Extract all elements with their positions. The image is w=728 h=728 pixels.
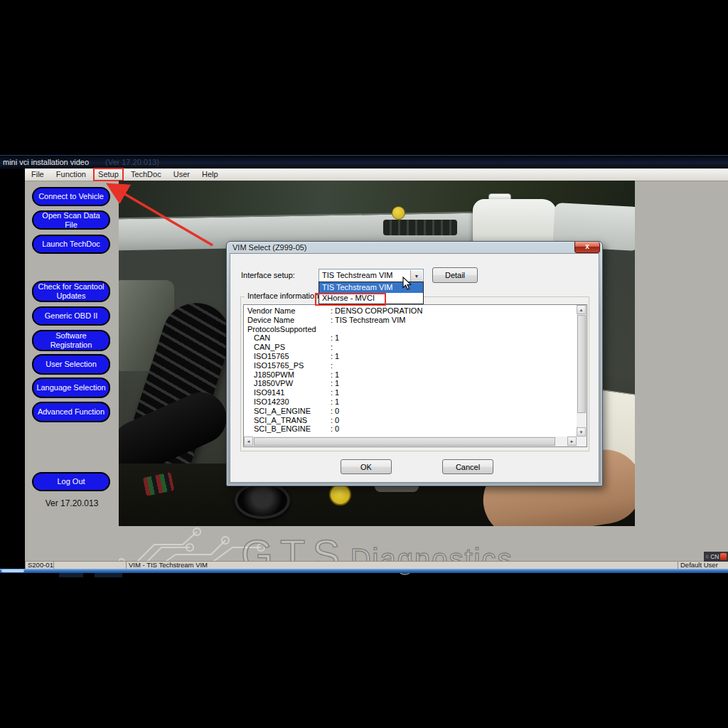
scrollbar-corner: [577, 437, 587, 446]
menu-bar: File Function Setup TechDoc User Help: [25, 168, 728, 181]
protocol-label: Vendor Name: [244, 306, 331, 316]
protocol-row: SCI_B_ENGINE : 0: [244, 424, 577, 434]
protocol-row: SCI_A_TRANS : 0: [244, 416, 577, 425]
yellow-cap: [392, 206, 405, 220]
protocol-label: ISO15765: [244, 352, 331, 361]
sidebar-button[interactable]: Log Out: [32, 472, 110, 491]
protocol-row: Device Name : TIS Techstream VIM: [244, 316, 577, 325]
scroll-right-icon[interactable]: ►: [567, 437, 577, 446]
menu-item[interactable]: Setup: [94, 168, 123, 181]
protocol-row: ISO15765_PS :: [244, 361, 577, 370]
sidebar-button[interactable]: Check for Scantool Updates: [32, 281, 110, 302]
protocol-value: : 0: [331, 416, 339, 425]
protocol-row: Vendor Name : DENSO CORPORATION: [244, 306, 577, 316]
protocol-label: ISO9141: [244, 388, 331, 397]
protocol-label: Device Name: [244, 316, 331, 325]
interface-setup-combobox[interactable]: TIS Techstream VIM ▼: [318, 269, 424, 283]
dialog-body: Interface setup: TIS Techstream VIM ▼ De…: [230, 253, 599, 483]
protocol-label: SCI_A_ENGINE: [244, 407, 331, 416]
video-title-bar: mini vci installation video (Ver 17.20.0…: [0, 155, 728, 169]
protocol-row: SCI_A_ENGINE : 0: [244, 407, 577, 416]
vertical-scroll-thumb[interactable]: [577, 315, 586, 413]
screen: mini vci installation video (Ver 17.20.0…: [0, 0, 728, 728]
menu-item[interactable]: Function: [52, 168, 90, 181]
protocol-value: :: [331, 361, 333, 370]
app-version-ghost-title: (Ver 17.20.013): [105, 158, 159, 166]
taskbar-item: [59, 573, 83, 577]
protocol-value: : 1: [331, 379, 339, 388]
horizontal-scroll-thumb[interactable]: [254, 437, 555, 446]
detail-button[interactable]: Detail: [432, 267, 478, 283]
cancel-button[interactable]: Cancel: [442, 459, 493, 474]
dialog-title: VIM Select (Z999-05): [232, 243, 307, 252]
protocol-row: ISO15765 : 1: [244, 352, 577, 361]
interface-setup-label: Interface setup:: [241, 271, 295, 279]
protocol-row: J1850VPW : 1: [244, 379, 577, 388]
interface-information-label: Interface information: [245, 291, 321, 300]
protocol-row: CAN_PS :: [244, 343, 577, 352]
protocol-label: CAN: [244, 333, 331, 343]
protocol-value: : 1: [331, 388, 339, 397]
protocol-value: :: [331, 343, 333, 352]
sidebar-button[interactable]: Generic OBD II: [32, 306, 110, 326]
language-label: CN: [710, 553, 719, 560]
sidebar-button[interactable]: Language Selection: [32, 378, 110, 398]
protocol-label: ISO15765_PS: [244, 361, 331, 370]
chevron-down-icon[interactable]: ▼: [410, 270, 422, 282]
ime-icon: [720, 553, 727, 560]
protocol-row: J1850PWM : 1: [244, 370, 577, 380]
protocol-label: J1850PWM: [244, 370, 331, 380]
taskbar-start-segment: [1, 569, 24, 572]
protocol-value: : 0: [331, 407, 339, 416]
info-rows: Vendor Name : DENSO CORPORATION Device N…: [244, 305, 577, 437]
sidebar-button[interactable]: Software Registration: [32, 330, 110, 351]
grip-icon: ⠿: [705, 555, 709, 560]
scroll-down-icon[interactable]: ▼: [577, 427, 586, 437]
sidebar-button[interactable]: Launch TechDoc: [32, 235, 110, 254]
dropdown-option[interactable]: XHorse - MVCI: [319, 293, 423, 304]
sidebar-button[interactable]: User Selection: [32, 354, 110, 375]
protocol-label: ISO14230: [244, 397, 331, 407]
cowl-vent: [383, 220, 457, 235]
sidebar: Connect to Vehicle Open Scan Data File L…: [25, 181, 119, 569]
menu-item[interactable]: File: [27, 168, 48, 181]
protocol-label: SCI_A_TRANS: [244, 416, 331, 425]
scroll-up-icon[interactable]: ▲: [577, 305, 586, 314]
sidebar-button[interactable]: Open Scan Data File: [32, 210, 110, 230]
protocol-label: CAN_PS: [244, 343, 331, 352]
protocol-value: : DENSO CORPORATION: [331, 306, 422, 316]
protocol-row: ISO9141 : 1: [244, 388, 577, 397]
protocol-value: : 1: [331, 333, 339, 343]
combobox-value: TIS Techstream VIM: [322, 271, 392, 279]
sidebar-button[interactable]: Connect to Vehicle: [32, 187, 110, 206]
protocol-value: : 1: [331, 352, 339, 361]
protocol-value: : TIS Techstream VIM: [331, 316, 405, 325]
taskbar-item: [95, 573, 122, 577]
horizontal-scrollbar[interactable]: ◄ ►: [244, 437, 577, 446]
ok-button[interactable]: OK: [341, 459, 392, 474]
protocol-value: : 1: [331, 397, 339, 407]
scroll-left-icon[interactable]: ◄: [244, 437, 253, 446]
video-title: mini vci installation video: [3, 158, 89, 166]
protocol-value: : 1: [331, 370, 339, 380]
protocol-row: CAN : 1: [244, 333, 577, 343]
protocol-label: ProtocolsSupported: [244, 325, 331, 334]
sidebar-button[interactable]: Advanced Function: [32, 402, 110, 422]
protocol-label: J1850VPW: [244, 379, 331, 388]
close-button[interactable]: x: [574, 242, 600, 253]
combobox-dropdown-list: TIS Techstream VIM XHorse - MVCI: [318, 282, 424, 304]
interface-info-listbox: Vendor Name : DENSO CORPORATION Device N…: [243, 304, 587, 447]
version-label: Ver 17.20.013: [25, 498, 119, 508]
menu-item[interactable]: Help: [198, 168, 223, 181]
menu-item[interactable]: TechDoc: [127, 168, 166, 181]
oil-cap: [235, 482, 290, 519]
protocol-label: SCI_B_ENGINE: [244, 424, 331, 434]
protocol-row: ISO14230 : 1: [244, 397, 577, 407]
vertical-scrollbar[interactable]: ▲ ▼: [577, 305, 587, 437]
language-bar[interactable]: ⠿ CN: [704, 552, 728, 562]
dropdown-option[interactable]: TIS Techstream VIM: [319, 282, 423, 293]
menu-item[interactable]: User: [169, 168, 194, 181]
protocol-value: : 0: [331, 424, 339, 434]
vim-select-dialog: VIM Select (Z999-05) x Interface setup: …: [226, 241, 603, 486]
yellow-label: [329, 483, 351, 505]
